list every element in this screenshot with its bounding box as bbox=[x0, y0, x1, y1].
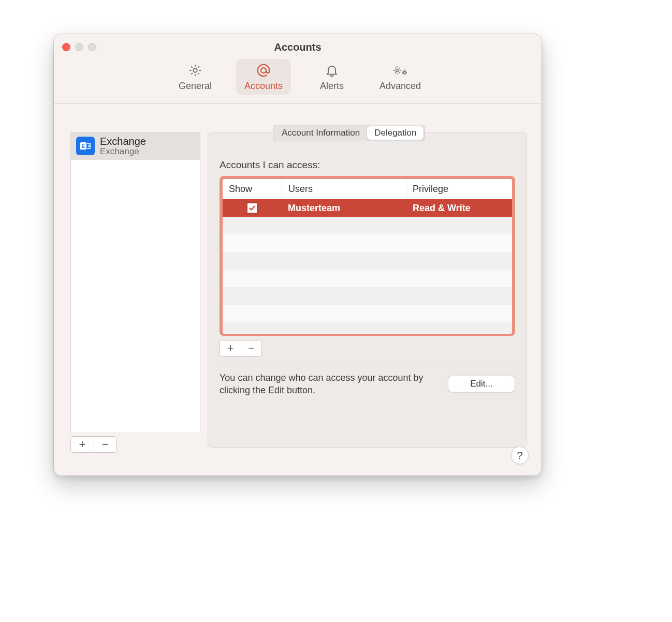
preferences-window: Accounts General bbox=[54, 34, 542, 476]
section-label: Accounts I can access: bbox=[220, 159, 515, 171]
show-checkbox[interactable] bbox=[246, 202, 258, 214]
exchange-icon: E bbox=[76, 137, 95, 155]
window-title: Accounts bbox=[54, 41, 542, 53]
table-row[interactable]: Musterteam Read & Write bbox=[223, 199, 512, 217]
table-header: Show Users Privilege bbox=[223, 179, 512, 199]
svg-text:E: E bbox=[81, 143, 85, 149]
content: E Exchange Exchange + − bbox=[54, 103, 542, 476]
accounts-add-remove: + − bbox=[70, 436, 117, 453]
svg-point-0 bbox=[193, 68, 197, 72]
gear-icon bbox=[188, 62, 202, 79]
column-users[interactable]: Users bbox=[282, 179, 406, 199]
divider bbox=[220, 365, 515, 365]
toolbar: General Accounts bbox=[54, 59, 542, 95]
toolbar-tab-label: General bbox=[179, 81, 212, 92]
accounts-sidebar: E Exchange Exchange bbox=[70, 132, 200, 433]
at-icon bbox=[256, 62, 271, 79]
toolbar-tab-label: Accounts bbox=[244, 81, 283, 92]
account-title: Exchange bbox=[100, 136, 146, 147]
help-button[interactable]: ? bbox=[511, 447, 529, 464]
account-list-item-text: Exchange Exchange bbox=[100, 136, 146, 157]
row-user-cell: Musterteam bbox=[282, 203, 406, 214]
tab-account-information[interactable]: Account Information bbox=[274, 126, 367, 140]
account-subtitle: Exchange bbox=[100, 147, 146, 157]
delegation-footer-text: You can change who can access your accou… bbox=[220, 372, 437, 397]
svg-point-3 bbox=[403, 71, 405, 73]
edit-button[interactable]: Edit... bbox=[448, 376, 515, 392]
table-row-empty bbox=[223, 270, 512, 287]
table-row-empty bbox=[223, 305, 512, 322]
row-privilege-cell: Read & Write bbox=[406, 203, 512, 214]
titlebar: Accounts General bbox=[54, 34, 542, 104]
delegation-table: Show Users Privilege bbox=[223, 179, 512, 334]
add-account-button[interactable]: + bbox=[71, 437, 94, 452]
column-show[interactable]: Show bbox=[223, 179, 282, 199]
toolbar-tab-general[interactable]: General bbox=[168, 59, 223, 95]
row-show-cell bbox=[223, 202, 282, 214]
account-list-item[interactable]: E Exchange Exchange bbox=[71, 132, 200, 160]
toolbar-tab-label: Alerts bbox=[320, 81, 344, 92]
table-row-empty bbox=[223, 217, 512, 234]
account-detail-panel: Account Information Delegation Accounts … bbox=[208, 132, 527, 448]
toolbar-tab-alerts[interactable]: Alerts bbox=[304, 59, 359, 95]
table-row-empty bbox=[223, 322, 512, 334]
svg-point-1 bbox=[261, 68, 266, 73]
table-row-empty bbox=[223, 234, 512, 252]
toolbar-tab-advanced[interactable]: Advanced bbox=[373, 59, 428, 95]
tab-delegation[interactable]: Delegation bbox=[367, 126, 423, 140]
table-row-empty bbox=[223, 287, 512, 305]
remove-account-button[interactable]: − bbox=[94, 437, 116, 452]
delegation-table-highlight: Show Users Privilege bbox=[220, 176, 515, 336]
toolbar-tab-accounts[interactable]: Accounts bbox=[236, 59, 291, 95]
gears-icon bbox=[391, 62, 409, 79]
detail-tabs: Account Information Delegation bbox=[273, 125, 425, 141]
table-rows: Musterteam Read & Write bbox=[223, 199, 512, 334]
table-row-empty bbox=[223, 252, 512, 270]
delegation-add-remove: + − bbox=[220, 340, 515, 357]
add-delegation-button[interactable]: + bbox=[220, 340, 241, 356]
bell-icon bbox=[325, 62, 339, 79]
column-privilege[interactable]: Privilege bbox=[406, 179, 512, 199]
svg-point-2 bbox=[396, 69, 398, 71]
remove-delegation-button[interactable]: − bbox=[241, 340, 261, 356]
toolbar-tab-label: Advanced bbox=[379, 81, 421, 92]
